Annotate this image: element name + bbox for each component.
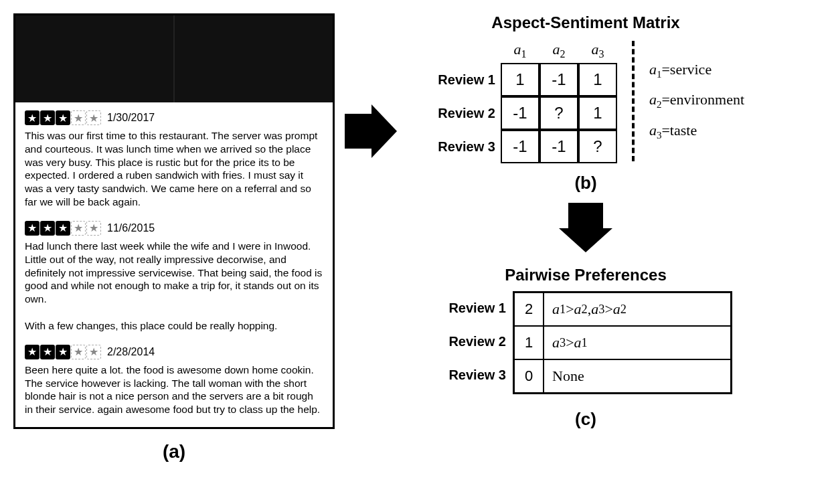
legend-item: a2=environment xyxy=(649,91,744,110)
right-column: Aspect-Sentiment Matrix a1 a2 a3 Review … xyxy=(355,13,817,435)
star-icon-off: ★ xyxy=(71,221,86,236)
matrix-row-label: Review 2 xyxy=(438,106,501,121)
review-header: ★ ★ ★ ★ ★ 11/6/2015 xyxy=(25,221,323,236)
subfigure-label-b: (b) xyxy=(574,173,596,193)
subfigure-label-a: (a) xyxy=(13,441,335,463)
photo-thumbnail xyxy=(175,15,333,102)
matrix-row-label: Review 3 xyxy=(438,139,501,155)
review-date: 11/6/2015 xyxy=(107,222,155,234)
aspect-sentiment-matrix: a1 a2 a3 Review 1 1 -1 1 Review 2 -1 ? 1… xyxy=(427,39,617,163)
review-text: This was our first time to this restaura… xyxy=(25,129,323,209)
pairwise-row-label: Review 1 xyxy=(439,291,513,325)
star-icon: ★ xyxy=(40,110,55,125)
figure-container: ★ ★ ★ ★ ★ 1/30/2017 This was our first t… xyxy=(13,13,817,463)
matrix-col-header: a1 xyxy=(513,41,526,60)
star-rating: ★ ★ ★ ★ ★ xyxy=(25,221,102,236)
star-icon: ★ xyxy=(40,345,55,359)
pairwise-grid: 2 a1 > a2 , a3 > a2 1 a3 > a1 0 None xyxy=(513,291,732,394)
vertical-divider xyxy=(632,41,635,161)
matrix-row-label: Review 1 xyxy=(438,72,501,88)
matrix-cell: 1 xyxy=(578,63,617,96)
review-text: Had lunch there last week while the wife… xyxy=(25,240,323,333)
aspect-legend: a1=service a2=environment a3=taste xyxy=(649,61,744,141)
review-date: 2/28/2014 xyxy=(107,346,155,358)
star-icon: ★ xyxy=(25,110,39,125)
photo-thumbnail xyxy=(15,15,175,102)
review-item: ★ ★ ★ ★ ★ 2/28/2014 Been here quite a lo… xyxy=(25,345,323,416)
pairwise-pref: None xyxy=(544,359,731,393)
pairwise-row-label: Review 2 xyxy=(439,325,513,358)
matrix-cell: -1 xyxy=(501,130,540,163)
review-header: ★ ★ ★ ★ ★ 1/30/2017 xyxy=(25,110,323,125)
pairwise-row-labels: Review 1 Review 2 Review 3 xyxy=(439,291,513,394)
matrix-section: a1 a2 a3 Review 1 1 -1 1 Review 2 -1 ? 1… xyxy=(427,39,744,163)
matrix-cell: -1 xyxy=(540,63,578,96)
review-date: 1/30/2017 xyxy=(107,112,155,124)
review-text: Been here quite a lot. the food is aweso… xyxy=(25,363,323,416)
star-icon-off: ★ xyxy=(86,110,101,125)
pairwise-table: Review 1 Review 2 Review 3 2 a1 > a2 , a… xyxy=(439,291,732,394)
restaurant-photos xyxy=(15,15,333,102)
star-icon-off: ★ xyxy=(71,345,86,359)
reviews-list: ★ ★ ★ ★ ★ 1/30/2017 This was our first t… xyxy=(15,102,333,427)
matrix-title: Aspect-Sentiment Matrix xyxy=(491,13,679,32)
pairwise-pref: a3 > a1 xyxy=(544,326,731,359)
arrow-down-icon xyxy=(568,203,603,228)
matrix-cell: 1 xyxy=(578,96,617,130)
star-icon-off: ★ xyxy=(86,221,101,236)
star-icon: ★ xyxy=(25,345,39,359)
matrix-cell: 1 xyxy=(501,63,540,96)
legend-item: a1=service xyxy=(649,61,744,80)
star-rating: ★ ★ ★ ★ ★ xyxy=(25,345,102,359)
pairwise-count: 0 xyxy=(514,359,544,393)
matrix-col-header: a2 xyxy=(552,41,565,60)
matrix-cell: ? xyxy=(540,96,578,130)
star-icon: ★ xyxy=(25,221,39,236)
star-icon: ★ xyxy=(56,221,70,236)
review-item: ★ ★ ★ ★ ★ 11/6/2015 Had lunch there last… xyxy=(25,221,323,333)
pairwise-title: Pairwise Preferences xyxy=(505,266,667,284)
star-icon: ★ xyxy=(56,110,70,125)
pairwise-pref: a1 > a2 , a3 > a2 xyxy=(544,292,731,326)
star-icon: ★ xyxy=(40,221,55,236)
matrix-cell: ? xyxy=(578,130,617,163)
matrix-cell: -1 xyxy=(540,130,578,163)
pairwise-count: 1 xyxy=(514,326,544,359)
star-icon-off: ★ xyxy=(86,345,101,359)
review-card: ★ ★ ★ ★ ★ 1/30/2017 This was our first t… xyxy=(13,13,335,429)
pairwise-count: 2 xyxy=(514,292,544,326)
panel-a: ★ ★ ★ ★ ★ 1/30/2017 This was our first t… xyxy=(13,13,335,463)
pairwise-row-label: Review 3 xyxy=(439,358,513,392)
matrix-col-header: a3 xyxy=(591,41,604,60)
review-header: ★ ★ ★ ★ ★ 2/28/2014 xyxy=(25,345,323,359)
subfigure-label-c: (c) xyxy=(575,409,596,430)
legend-item: a3=taste xyxy=(649,122,744,141)
review-item: ★ ★ ★ ★ ★ 1/30/2017 This was our first t… xyxy=(25,110,323,209)
star-rating: ★ ★ ★ ★ ★ xyxy=(25,110,102,125)
star-icon: ★ xyxy=(56,345,70,359)
star-icon-off: ★ xyxy=(71,110,86,125)
matrix-cell: -1 xyxy=(501,96,540,130)
